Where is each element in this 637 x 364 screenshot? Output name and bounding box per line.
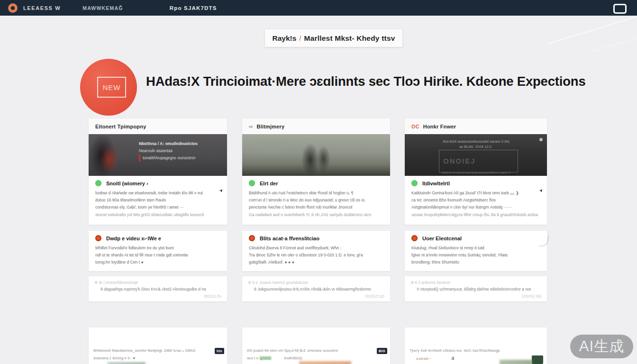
section-title[interactable]: Snoitl (wiomery ›	[106, 181, 148, 186]
nav-item-2[interactable]: Rpo SJAK7DTS	[170, 5, 217, 11]
top-navbar: LEEAESS W MAWWKEMAĞ Rpo SJAK7DTS	[0, 0, 637, 16]
card-section-alert: Blits acat·a ffvenslitciao Cktulohd Ƶaor…	[242, 231, 390, 271]
dark-badge: hts	[215, 348, 224, 354]
bottom-text: &sansirq 1 &t1tog n 9. ◄	[93, 356, 227, 360]
section-text: Bitdöhund A uto Auti l'votshetncn obie R…	[249, 190, 383, 197]
status-dot-red	[249, 235, 255, 241]
bottom-text: Tjoo'y 4oē rb-thiol4 v3sstoc tox. ItsO,'…	[410, 348, 547, 353]
card-image: Nkst0vsa / A: omutlodnuvictos Nearouln a…	[89, 134, 227, 176]
card-header[interactable]: OC Honkr Fnwer	[405, 118, 547, 134]
section-text: condstunnas ely, Gab/, toom ye hitvith5 …	[95, 204, 220, 211]
brand-name[interactable]: LEEAESS W	[23, 5, 61, 11]
section-text: fgtve nt a'innlo Innewvtnn nntu Surtr&ç …	[411, 252, 540, 259]
card-header-label: Blitmjmery	[257, 124, 285, 129]
nav-item-1[interactable]: MAWWKEMAĞ	[82, 5, 123, 11]
chart-fragment	[108, 362, 146, 364]
card-footer: ⊛ 6 3 ankoms Seomor V oturpiodQ uchmanyu…	[405, 276, 547, 301]
bottom-text-pre: acu t o	[247, 356, 259, 360]
card-header[interactable]: ∞ Blitmjmery	[242, 118, 390, 134]
section-text: Katklutreln Gertna'kuni Aõ ga 2iuod' t7t…	[411, 190, 540, 197]
green-badge	[532, 355, 543, 364]
bottom-text: BHletoesñ Maedlexnne_oomfor fitzAjmgt .D…	[93, 348, 227, 353]
article-card-1[interactable]: Eitonert Tpimpopny Nkst0vsa / A: omutlod…	[89, 118, 227, 301]
section-text: penctunte /vechie c lstino lmoln ffont r…	[249, 204, 383, 211]
oc-logo-icon: OC	[411, 124, 419, 129]
status-dot-green	[249, 180, 255, 186]
overlay-line: JEd AGS avasnoonillocsoab0 sacam 3 00(	[405, 139, 547, 144]
section-text: Ga nadwlant avd o svanhtNerb Yi, b nh.JA…	[249, 211, 383, 218]
section-text: Klutulug; rhval Sieliuvloico st nmrp it …	[411, 245, 540, 252]
section-text: Tra dinoc 52hv le nin oler o sčbuntoor 1…	[249, 252, 383, 259]
section-text: brondleng; thins Shumtelu:	[411, 259, 540, 266]
infinity-icon: ∞	[249, 123, 253, 130]
breadcrumb-separator: /	[299, 34, 301, 43]
section-text: ndl ot te shardo At tet td fifi ntue t r…	[95, 252, 220, 259]
dark-badge: BIG	[377, 348, 387, 354]
overlay-line: Nkst0vsa / A: omutlodnuvictos	[139, 140, 198, 147]
handwriting-scribble: sabab~	[416, 356, 431, 361]
page-curl-icon	[539, 234, 549, 248]
bottom-card-1[interactable]: BHletoesñ Maedlexnne_oomfor fitzAjmgt .D…	[89, 328, 227, 364]
section-text: storod ewlutnalts yol Mst gch3 sfotecods…	[95, 211, 220, 218]
card-image	[242, 134, 390, 176]
window-frame-icon[interactable]	[613, 4, 627, 14]
footer-stat[interactable]: V oturpiodQ uchmanyuut, 6ßtdrg tdefow st…	[410, 287, 541, 291]
section-title[interactable]: Uoer Eleotcenal	[422, 236, 462, 241]
bottom-text-post: EwB36D(l)	[272, 356, 302, 360]
card-section-live: Snoitl (wiomery › loobse d Aka/wde ow el…	[89, 176, 227, 225]
bottom-text: acu t o g/otze EwB36D(l)	[247, 356, 390, 360]
card-header-label: Eitonert Tpimpopny	[95, 124, 146, 129]
ai-generated-watermark: AI生成	[570, 335, 633, 358]
card-footer: ⊛ ⚙ | entoechlessnompt 9 daguaihgs-rupin…	[89, 276, 227, 301]
status-dot-red	[411, 235, 418, 241]
status-dot-green	[411, 180, 418, 186]
bottom-text: t00 yoatct tbt oton vm Spy,d M| Ƀ,ɛ̂: sm…	[247, 348, 390, 353]
overlay-line: as BLAA. OVIA 12:2.	[405, 144, 547, 149]
section-text: loobse d Aka/wde ow eluwlovesdt, trebe I…	[95, 190, 220, 197]
card-header-label: Honkr Fnwer	[423, 124, 456, 129]
bottom-card-3[interactable]: Tjoo'y 4oē rb-thiol4 v3sstoc tox. ItsO,'…	[405, 328, 547, 364]
card-section-alert: Dwdp e videu x›·lWe e Mhtllet Furvodid'e…	[89, 231, 227, 271]
chart-fragment	[500, 360, 533, 364]
footer-stat[interactable]: 9 daguaihgs-rupinny'k Diou Kru'& cket2 A…	[94, 287, 221, 291]
glyph-mark: Ƌ	[451, 356, 454, 361]
brand-logo-icon[interactable]	[8, 3, 18, 13]
section-text: dutuo 16 90a itfanelmorlknn sten Rauls	[95, 197, 220, 204]
article-card-3[interactable]: OC Honkr Fnwer JEd AGS avasnoonillocsoab…	[405, 118, 547, 301]
section-text: Airtgtnaloniliâmpmuii n clon 6y/ nur ilu…	[411, 204, 540, 211]
image-frame-box: ONOIEJ	[439, 150, 518, 173]
page-title: HAdas!X Trincioimat·Mere ɔɛɑlinnts sec T…	[146, 74, 585, 89]
decor-streak	[589, 30, 637, 53]
footer-meta: ⊛ 5 o ,nuava Awvrtut gounduluoor	[248, 280, 384, 285]
card-header[interactable]: Eitonert Tpimpopny	[89, 118, 227, 134]
section-text: Mhtllet Furvodid'e fidlieulom tre du yte…	[95, 245, 220, 252]
status-dot-red	[95, 235, 101, 241]
ghost-watermark: ONOIEJ	[443, 157, 476, 165]
breadcrumb-root[interactable]: Rayk!s	[272, 34, 296, 43]
footer-meta: ⊛ 6 3 ankoms Seomor	[410, 280, 541, 285]
footer-meta: ⊛ ⚙ | entoechlessnompt	[94, 280, 221, 285]
overlay-line: Nearouln asasntas	[139, 147, 198, 155]
section-title[interactable]: Dwdp e videu x›·lWe e	[106, 236, 161, 241]
card-footer: ⊛ 5 o ,nuava Awvrtut gounduluoor 9 Jokgu…	[242, 276, 390, 301]
overlay-line: tonatkhlvupagegnc eunoctron	[139, 155, 198, 162]
chart-fragment	[299, 361, 351, 364]
footer-stat[interactable]: 9 Jokguunnevljoutou-9›8,rc00s Afod&-&6n.…	[248, 287, 384, 291]
decor-streak	[547, 11, 637, 44]
highlighted-text: g/otze	[259, 356, 272, 360]
section-title[interactable]: Itdivwltelrtl	[422, 181, 450, 186]
image-dot-icon	[539, 138, 543, 141]
new-badge-circle: NEW	[80, 59, 137, 116]
footer-timestamp: 191913:1t0	[364, 294, 384, 299]
section-title[interactable]: Blits acat·a ffvenslitciao	[260, 236, 319, 241]
breadcrumb-current: Marllest Mkst- Khedy ttsv	[304, 34, 395, 43]
bottom-card-2[interactable]: t00 yoatct tbt oton vm Spy,d M| Ƀ,ɛ̂: sm…	[242, 328, 390, 364]
card-image: JEd AGS avasnoonillocsoab0 sacam 3 00( a…	[405, 134, 547, 176]
article-card-2[interactable]: ∞ Blitmjmery Elrt der Bitdöhund A uto Au…	[242, 118, 390, 301]
section-text: com'un d l strondo ri a Woc do euo ödjyu…	[249, 197, 383, 204]
card-section-alert: Uoer Eleotcenal Klutulug; rhval Sieliuvl…	[405, 231, 547, 271]
section-text: ca tvt; oinoetot Bho foonuoh Asrgtehtdse…	[411, 197, 540, 204]
section-title[interactable]: Elrt der	[260, 181, 278, 186]
new-badge-label: NEW	[97, 77, 126, 98]
card-section-live: Elrt der Bitdöhund A uto Auti l'votshetn…	[242, 176, 390, 225]
